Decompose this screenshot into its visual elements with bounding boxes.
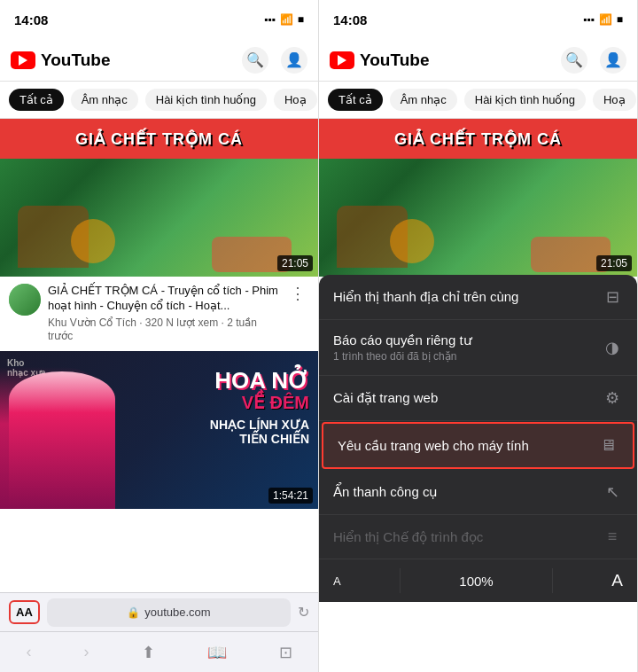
status-time-right: 14:08 — [333, 12, 367, 27]
account-icon-right[interactable]: 👤 — [600, 47, 626, 74]
menu-item-left-5: Ẩn thanh công cụ — [333, 484, 438, 500]
avatar-1-left — [9, 284, 41, 316]
menu-item-label-4: Yêu cầu trang web cho máy tính — [338, 438, 529, 454]
back-button-left[interactable]: ‹ — [16, 636, 43, 668]
thumb2-subtitle-left: NHẠC LÍNH XƯATIẾN CHIẾN — [210, 418, 309, 446]
menu-item-icon-2: ◑ — [602, 338, 623, 357]
font-divider-2 — [552, 568, 553, 593]
avatar-img-1-left — [9, 284, 41, 316]
content-area-left: KhuVườnCổ Tích GIẢ CHẾT TRỘM CÁ 21:05 GI… — [0, 119, 318, 592]
menu-item-sub-2: 1 trình theo dõi đã bị chặn — [333, 350, 472, 363]
yt-logo-icon-right — [330, 51, 354, 69]
nav-bar-left: ‹ › ⬆ 📖 ⊡ — [0, 631, 318, 672]
forward-button-left[interactable]: › — [74, 636, 100, 668]
signal-icon-left: ▪▪▪ — [264, 13, 276, 26]
menu-item-desktop-site[interactable]: Yêu cầu trang web cho máy tính 🖥 — [322, 422, 634, 469]
menu-item-label-5: Ẩn thanh công cụ — [333, 484, 438, 500]
account-icon-left[interactable]: 👤 — [281, 47, 307, 74]
tab-more-left[interactable]: Hoạ — [274, 89, 317, 111]
menu-item-icon-3: ⚙ — [602, 388, 623, 408]
share-button-left[interactable]: ⬆ — [131, 636, 166, 669]
battery-icon-left: ■ — [298, 13, 304, 26]
tab-music-right[interactable]: Âm nhạc — [390, 89, 457, 111]
search-icon-right[interactable]: 🔍 — [561, 47, 587, 74]
video-title-1-left: GIẢ CHẾT TRỘM CÁ - Truyện cổ tích - Phim… — [48, 284, 279, 314]
duration-1-left: 21:05 — [277, 255, 313, 271]
font-large-a[interactable]: A — [611, 571, 623, 590]
thumbnail-1-left[interactable]: KhuVườnCổ Tích GIẢ CHẾT TRỘM CÁ 21:05 — [0, 119, 318, 277]
tab-music-left[interactable]: Âm nhạc — [71, 89, 138, 111]
menu-item-label-6: Hiển thị Chế độ trình đọc — [333, 529, 483, 545]
yt-header-icons-right: 🔍 👤 — [561, 47, 626, 74]
thumb1-bg-right: KhuVườnCổ Tích GIẢ CHẾT TRỘM CÁ — [319, 119, 637, 277]
tab-all-left[interactable]: Tất cả — [9, 89, 64, 111]
yt-logo-text-left: YouTube — [41, 51, 110, 70]
menu-item-address-bar[interactable]: Hiển thị thanh địa chỉ trên cùng ⊟ — [319, 275, 637, 320]
menu-item-left-4: Yêu cầu trang web cho máy tính — [338, 438, 529, 454]
thumb2-bg-left: Khonhạc xưa HOA NỞ VỀ ĐÊM NHẠC LÍNH XƯAT… — [0, 351, 318, 509]
reload-button-left[interactable]: ↻ — [298, 604, 309, 621]
video-card-1-right: KhuVườnCổ Tích GIẢ CHẾT TRỘM CÁ 21:05 — [319, 119, 637, 277]
left-phone-panel: 14:08 ▪▪▪ 📶 ■ YouTube 🔍 👤 Tất cả Âm nhạc… — [0, 0, 319, 672]
font-small-a[interactable]: A — [333, 574, 341, 588]
font-percent: 100% — [459, 574, 493, 589]
menu-item-left-2: Báo cáo quyền riêng tư 1 trình theo dõi … — [333, 332, 472, 363]
signal-icon-right: ▪▪▪ — [583, 13, 595, 26]
duration-1-right: 21:05 — [596, 255, 632, 271]
yt-logo-icon-left — [11, 51, 35, 69]
menu-item-icon-6: ≡ — [602, 527, 623, 546]
status-icons-left: ▪▪▪ 📶 ■ — [264, 13, 304, 26]
video-card-1-left: KhuVườnCổ Tích GIẢ CHẾT TRỘM CÁ 21:05 GI… — [0, 119, 318, 351]
thumbnail-2-left[interactable]: Khonhạc xưa HOA NỞ VỀ ĐÊM NHẠC LÍNH XƯAT… — [0, 351, 318, 509]
thumb2-title2-left: VỀ ĐÊM — [210, 392, 309, 413]
menu-item-website-settings[interactable]: Cài đặt trang web ⚙ — [319, 376, 637, 421]
video-subtitle-1-left: Khu Vườn Cổ Tích · 320 N lượt xem · 2 tu… — [48, 316, 279, 344]
menu-item-hide-toolbar[interactable]: Ẩn thanh công cụ ↖ — [319, 470, 637, 515]
search-icon-left[interactable]: 🔍 — [242, 47, 268, 74]
yt-header-left: YouTube 🔍 👤 — [0, 39, 318, 82]
tab-comedy-left[interactable]: Hài kịch tình huống — [145, 89, 267, 111]
tabs-button-left[interactable]: ⊡ — [268, 636, 303, 669]
more-btn-1-left[interactable]: ⋮ — [286, 284, 309, 344]
tab-comedy-right[interactable]: Hài kịch tình huống — [464, 89, 586, 111]
thumb2-text-left: HOA NỞ VỀ ĐÊM NHẠC LÍNH XƯATIẾN CHIẾN — [210, 369, 309, 446]
yt-header-right: YouTube 🔍 👤 — [319, 39, 637, 82]
menu-item-left-6: Hiển thị Chế độ trình đọc — [333, 529, 483, 545]
right-phone-panel: 14:08 ▪▪▪ 📶 ■ YouTube 🔍 👤 Tất cả Âm nhạc… — [319, 0, 638, 672]
menu-item-reader-mode[interactable]: Hiển thị Chế độ trình đọc ≡ — [319, 515, 637, 559]
thumb1-banner-right: GIẢ CHẾT TRỘM CÁ — [319, 119, 637, 159]
thumb1-banner-left: GIẢ CHẾT TRỘM CÁ — [0, 119, 318, 159]
aa-button-left[interactable]: AA — [9, 600, 40, 624]
yt-logo-text-right: YouTube — [360, 51, 429, 70]
wifi-icon-left: 📶 — [280, 13, 293, 26]
browser-bar-left: AA 🔒 youtube.com ↻ — [0, 592, 318, 631]
yt-logo-left: YouTube — [11, 51, 110, 70]
bookmarks-button-left[interactable]: 📖 — [197, 636, 237, 669]
thumb1-title-right: GIẢ CHẾT TRỘM CÁ — [394, 129, 562, 149]
menu-item-icon-1: ⊟ — [602, 287, 623, 307]
url-text-left: youtube.com — [144, 606, 210, 619]
menu-item-label-3: Cài đặt trang web — [333, 390, 438, 406]
yt-logo-right: YouTube — [330, 51, 429, 70]
wifi-icon-right: 📶 — [599, 13, 612, 26]
menu-item-label-1: Hiển thị thanh địa chỉ trên cùng — [333, 289, 518, 305]
yt-header-icons-left: 🔍 👤 — [242, 47, 307, 74]
menu-item-privacy[interactable]: Báo cáo quyền riêng tư 1 trình theo dõi … — [319, 320, 637, 376]
font-divider-1 — [400, 568, 401, 593]
font-size-row: A 100% A — [319, 559, 637, 602]
thumb1-title-left: GIẢ CHẾT TRỘM CÁ — [75, 129, 243, 149]
video-info-1-left: GIẢ CHẾT TRỘM CÁ - Truyện cổ tích - Phim… — [0, 277, 318, 351]
menu-item-left-3: Cài đặt trang web — [333, 390, 438, 406]
category-tabs-left: Tất cả Âm nhạc Hài kịch tình huống Hoạ — [0, 82, 318, 119]
tab-all-right[interactable]: Tất cả — [328, 89, 383, 111]
url-bar-left[interactable]: 🔒 youtube.com — [47, 598, 291, 627]
menu-item-label-2: Báo cáo quyền riêng tư — [333, 332, 472, 348]
lock-icon-left: 🔒 — [127, 606, 140, 619]
category-tabs-right: Tất cả Âm nhạc Hài kịch tình huống Hoạ — [319, 82, 637, 119]
video-meta-1-left: GIẢ CHẾT TRỘM CÁ - Truyện cổ tích - Phim… — [48, 284, 279, 344]
thumbnail-1-right[interactable]: KhuVườnCổ Tích GIẢ CHẾT TRỘM CÁ 21:05 — [319, 119, 637, 277]
tab-more-right[interactable]: Hoạ — [593, 89, 636, 111]
thumb2-title1-left: HOA NỞ — [210, 369, 309, 392]
duration-2-left: 1:54:21 — [268, 488, 313, 504]
status-bar-left: 14:08 ▪▪▪ 📶 ■ — [0, 0, 318, 39]
